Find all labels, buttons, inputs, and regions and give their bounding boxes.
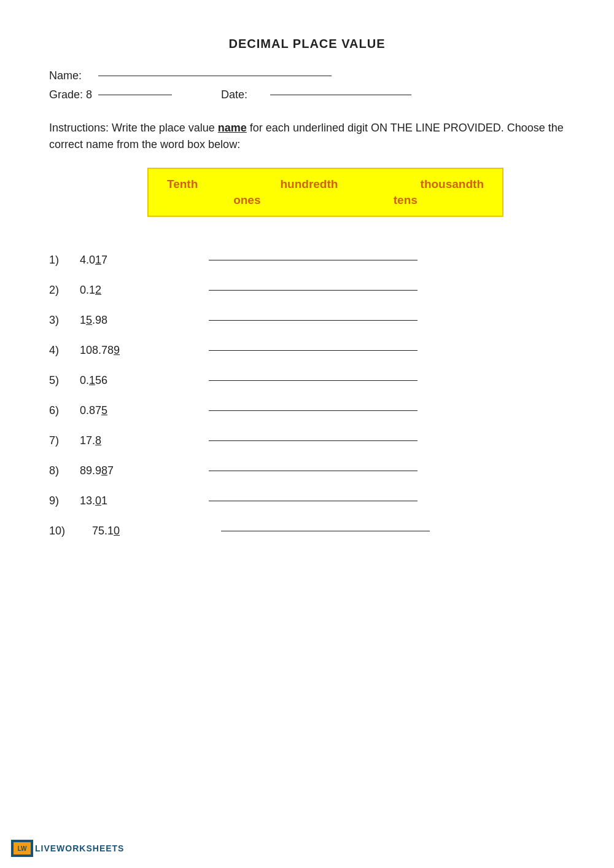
footer: LW LIVEWORKSHEETS xyxy=(0,840,614,857)
q4-number: 4) xyxy=(49,344,80,357)
q2-underlined: 2 xyxy=(95,284,101,296)
instructions: Instructions: Write the place value name… xyxy=(49,120,565,153)
q9-underlined: 0 xyxy=(95,495,101,507)
q7-answer-line[interactable] xyxy=(209,440,418,441)
q5-value: 0.156 xyxy=(80,374,190,387)
q6-underlined: 5 xyxy=(101,404,107,416)
word-box: Tenth hundredth thousandth ones tens xyxy=(147,168,503,217)
q6-number: 6) xyxy=(49,404,80,417)
table-row: 7) 17.8 xyxy=(49,434,565,447)
q8-value: 89.987 xyxy=(80,464,190,477)
page: DECIMAL PLACE VALUE Name: Grade: 8 Date:… xyxy=(0,0,614,868)
q3-underlined: 5 xyxy=(86,314,92,326)
word-thousandth: thousandth xyxy=(421,178,484,191)
q1-value: 4.017 xyxy=(80,254,190,267)
q4-value: 108.789 xyxy=(80,344,190,357)
q10-underlined: 0 xyxy=(114,525,120,537)
table-row: 5) 0.156 xyxy=(49,374,565,387)
q10-number: 10) xyxy=(49,525,80,538)
q4-answer-line[interactable] xyxy=(209,350,418,351)
q5-number: 5) xyxy=(49,374,80,387)
q4-underlined: 9 xyxy=(114,344,120,356)
table-row: 10) 75.10 xyxy=(49,525,565,538)
word-box-row1: Tenth hundredth thousandth xyxy=(167,178,484,191)
q6-value: 0.875 xyxy=(80,404,190,417)
word-tenth: Tenth xyxy=(167,178,198,191)
name-row: Name: xyxy=(49,69,565,82)
q1-number: 1) xyxy=(49,254,80,267)
table-row: 6) 0.875 xyxy=(49,404,565,417)
table-row: 1) 4.017 xyxy=(49,254,565,267)
q9-value: 13.01 xyxy=(80,495,190,507)
q2-number: 2) xyxy=(49,284,80,297)
grade-date-row: Grade: 8 Date: xyxy=(49,88,565,101)
q3-value: 15.98 xyxy=(80,314,190,327)
q5-underlined: 1 xyxy=(89,374,95,386)
q7-value: 17.8 xyxy=(80,434,190,447)
q8-underlined: 8 xyxy=(101,464,107,477)
word-hundredth: hundredth xyxy=(280,178,338,191)
q10-answer-line[interactable] xyxy=(221,531,430,531)
liveworksheets-logo: LW LIVEWORKSHEETS xyxy=(11,840,124,857)
q3-answer-line[interactable] xyxy=(209,320,418,321)
grade-line[interactable] xyxy=(98,95,172,95)
table-row: 8) 89.987 xyxy=(49,464,565,477)
q9-answer-line[interactable] xyxy=(209,501,418,501)
table-row: 3) 15.98 xyxy=(49,314,565,327)
q1-underlined: 1 xyxy=(95,254,101,266)
q7-underlined: 8 xyxy=(95,434,101,447)
name-label: Name: xyxy=(49,69,98,82)
q6-answer-line[interactable] xyxy=(209,410,418,411)
table-row: 9) 13.01 xyxy=(49,495,565,507)
page-title: DECIMAL PLACE VALUE xyxy=(49,37,565,51)
grade-label: Grade: 8 xyxy=(49,88,98,101)
word-box-row2: ones tens xyxy=(167,194,484,207)
footer-text: LIVEWORKSHEETS xyxy=(35,843,124,853)
instructions-bold: name xyxy=(218,122,247,134)
table-row: 2) 0.12 xyxy=(49,284,565,297)
q2-value: 0.12 xyxy=(80,284,190,297)
q10-value: 75.10 xyxy=(92,525,203,538)
q9-number: 9) xyxy=(49,495,80,507)
word-tens: tens xyxy=(394,194,418,207)
q3-number: 3) xyxy=(49,314,80,327)
svg-text:LW: LW xyxy=(18,845,28,852)
q2-answer-line[interactable] xyxy=(209,290,418,291)
q5-answer-line[interactable] xyxy=(209,380,418,381)
name-line[interactable] xyxy=(98,76,332,76)
table-row: 4) 108.789 xyxy=(49,344,565,357)
q1-answer-line[interactable] xyxy=(209,260,418,260)
date-label: Date: xyxy=(221,88,270,101)
instructions-text: Instructions: Write the place value xyxy=(49,122,218,134)
logo-icon: LW xyxy=(11,840,33,857)
q8-answer-line[interactable] xyxy=(209,471,418,471)
q7-number: 7) xyxy=(49,434,80,447)
date-line[interactable] xyxy=(270,95,411,95)
questions-section: 1) 4.017 2) 0.12 3) 15.98 4) 108.789 5) … xyxy=(49,254,565,538)
q8-number: 8) xyxy=(49,464,80,477)
word-ones: ones xyxy=(233,194,260,207)
